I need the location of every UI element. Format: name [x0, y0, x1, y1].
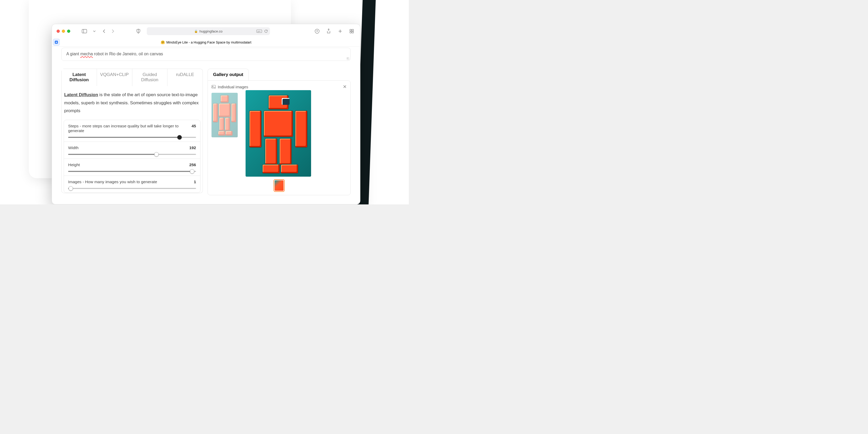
prompt-input[interactable]: A giant mecha robot in Rio de Janeiro, o… [61, 48, 351, 61]
slider-width: Width 192 [64, 142, 200, 159]
downloads-icon[interactable] [313, 28, 321, 35]
slider-value: 192 [189, 146, 196, 150]
model-link[interactable]: Latent Diffusion [64, 92, 98, 97]
slider-track[interactable] [68, 154, 196, 155]
gallery-selector-thumb[interactable] [274, 179, 285, 192]
slider-track[interactable] [68, 171, 196, 172]
maximize-window-button[interactable] [67, 30, 70, 33]
tab-latent-diffusion[interactable]: Latent Diffusion [62, 69, 97, 86]
slider-value: 256 [189, 162, 196, 167]
slider-height: Height 256 [64, 159, 200, 176]
slider-label: Width [68, 146, 79, 150]
svg-rect-19 [352, 29, 353, 31]
slider-thumb[interactable] [154, 152, 159, 156]
slider-images: Images - How many images you wish to gen… [64, 176, 200, 193]
privacy-shield-icon[interactable] [135, 28, 142, 35]
extension-button[interactable] [53, 39, 60, 45]
forward-button[interactable] [109, 28, 116, 35]
slider-track[interactable] [68, 188, 196, 189]
individual-images-label: Individual images [218, 85, 248, 89]
slider-thumb[interactable] [190, 169, 194, 174]
minimize-window-button[interactable] [62, 30, 65, 33]
slider-group: Steps - more steps can increase quality … [64, 120, 200, 193]
slider-thumb[interactable] [177, 135, 182, 140]
image-icon [212, 85, 216, 89]
tab-title: MindsEye Lite - a Hugging Face Space by … [166, 40, 251, 44]
tab-guided-diffusion[interactable]: Guided Diffusion [132, 69, 168, 86]
svg-rect-20 [350, 31, 351, 33]
tab-overview-chevron-icon[interactable] [91, 28, 98, 35]
svg-rect-18 [350, 29, 351, 31]
slider-label: Steps - more steps can increase quality … [68, 124, 192, 133]
share-icon[interactable] [325, 28, 332, 35]
resize-handle-icon[interactable] [347, 57, 349, 60]
svg-point-25 [213, 86, 213, 87]
gallery-image-thumb[interactable] [212, 93, 238, 137]
gallery-pane: Gallery output Individual images ✕ [208, 69, 351, 195]
window-controls [57, 30, 70, 33]
slider-thumb[interactable] [68, 186, 73, 190]
reload-icon[interactable] [264, 29, 268, 33]
tab-grid-icon[interactable] [348, 28, 355, 35]
model-config-pane: Latent Diffusion VQGAN+CLIP Guided Diffu… [61, 69, 203, 195]
svg-text:あA: あA [257, 30, 260, 32]
model-tabs: Latent Diffusion VQGAN+CLIP Guided Diffu… [61, 69, 203, 86]
slider-steps: Steps - more steps can increase quality … [64, 120, 200, 142]
tab-favicon: 🤗 [161, 40, 165, 44]
slider-track[interactable] [68, 137, 196, 138]
back-button[interactable] [101, 28, 108, 35]
tab-gallery-output[interactable]: Gallery output [208, 69, 249, 81]
close-window-button[interactable] [57, 30, 60, 33]
tab-rudalle[interactable]: ruDALLE [167, 69, 203, 86]
tab-vqgan-clip[interactable]: VQGAN+CLIP [97, 69, 132, 86]
slider-label: Images - How many images you wish to gen… [68, 180, 157, 184]
model-description: Latent Diffusion is the state of the art… [62, 91, 203, 120]
titlebar: 🔒 huggingface.co あA [52, 24, 360, 38]
prompt-text: A giant mecha robot in Rio de Janeiro, o… [66, 52, 163, 56]
address-host: huggingface.co [199, 29, 222, 33]
tab-strip: 🤗 MindsEye Lite - a Hugging Face Space b… [52, 38, 360, 46]
svg-rect-23 [56, 42, 57, 43]
svg-rect-21 [352, 31, 353, 33]
close-icon[interactable]: ✕ [343, 84, 347, 90]
reader-translate-icon[interactable]: あA [256, 29, 262, 33]
slider-value: 1 [194, 180, 196, 184]
svg-rect-12 [82, 29, 87, 33]
slider-label: Height [68, 162, 80, 167]
lock-icon: 🔒 [194, 30, 198, 33]
new-tab-icon[interactable] [337, 28, 344, 35]
address-bar[interactable]: 🔒 huggingface.co あA [147, 27, 270, 35]
browser-window: 🔒 huggingface.co あA [52, 24, 360, 205]
sidebar-toggle-button[interactable] [81, 28, 88, 35]
slider-value: 45 [192, 124, 196, 133]
gallery-image-main[interactable] [246, 90, 311, 177]
